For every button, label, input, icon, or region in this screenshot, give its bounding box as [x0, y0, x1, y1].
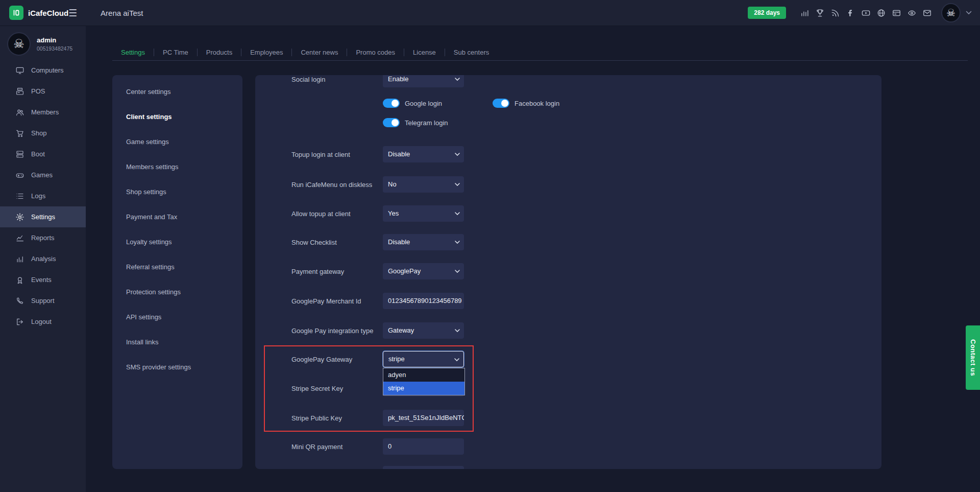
sidebar-item-label: POS: [31, 87, 45, 95]
social-login-select[interactable]: Enable: [383, 75, 464, 87]
sidebar-item-logs[interactable]: Logs: [0, 185, 86, 206]
license-days-badge[interactable]: 282 days: [748, 7, 786, 19]
stripe-secret-key-label: Stripe Secret Key: [291, 385, 343, 392]
stripe-public-key-label: Stripe Public Key: [291, 414, 342, 422]
mini-qr-payment-label: Mini QR payment: [291, 443, 342, 451]
merchant-id-input[interactable]: 01234567890123456789: [383, 293, 464, 309]
show-checklist-select[interactable]: Disable: [383, 234, 464, 250]
sidebar-user: ☠ admin 005193482475: [0, 26, 86, 60]
settings-nav-shop-settings[interactable]: Shop settings: [112, 179, 242, 204]
settings-nav-api-settings[interactable]: API settings: [112, 304, 242, 330]
stripe-public-key-input[interactable]: pk_test_51Se1nJIdBeNTGQT: [383, 410, 464, 426]
google-login-toggle[interactable]: [383, 99, 400, 108]
form-row-social-toggles: Google login Facebook login: [255, 95, 881, 111]
settings-nav-loyalty-settings[interactable]: Loyalty settings: [112, 229, 242, 254]
tab-center-news[interactable]: Center news: [292, 49, 347, 56]
chevron-down-icon: [455, 241, 460, 244]
sidebar-item-computers[interactable]: Computers: [0, 60, 86, 81]
sidebar-item-events[interactable]: Events: [0, 269, 86, 290]
tab-products[interactable]: Products: [198, 49, 241, 56]
icafemenu-diskless-select[interactable]: No: [383, 176, 464, 193]
google-login-label: Google login: [405, 100, 442, 107]
hamburger-menu-icon[interactable]: ☰: [68, 7, 77, 19]
form-row-social-login: Social login Enable: [255, 75, 881, 87]
settings-nav-center-settings[interactable]: Center settings: [112, 79, 242, 104]
sidebar-item-support[interactable]: Support: [0, 290, 86, 311]
page-root: iCafeCloud ☰ Arena aiTest 282 days: [0, 0, 980, 492]
allow-topup-select[interactable]: Yes: [383, 205, 464, 222]
trophy-icon[interactable]: [815, 8, 825, 18]
sidebar-item-logout[interactable]: Logout: [0, 311, 86, 332]
googlepay-gateway-select[interactable]: stripe: [383, 351, 464, 367]
telegram-login-toggle[interactable]: [383, 118, 400, 127]
chevron-down-icon[interactable]: [966, 11, 972, 15]
chevron-down-icon: [455, 270, 460, 273]
sidebar-item-games[interactable]: Games: [0, 165, 86, 185]
topup-login-select[interactable]: Disable: [383, 146, 464, 162]
monitor-icon: [15, 66, 24, 75]
contact-us-button[interactable]: Contact us: [966, 325, 980, 390]
integration-type-value: Gateway: [388, 326, 414, 334]
tab-pc-time[interactable]: PC Time: [154, 49, 198, 56]
brand[interactable]: iCafeCloud: [0, 6, 60, 20]
facebook-icon[interactable]: [845, 8, 855, 18]
topup-login-label: Topup login at client: [291, 151, 350, 158]
tab-sub-centers[interactable]: Sub centers: [445, 49, 498, 56]
settings-nav-sms-provider-settings[interactable]: SMS provider settings: [112, 355, 242, 380]
rss-icon[interactable]: [830, 8, 840, 18]
form-row-stripe-public-key: Stripe Public Key pk_test_51Se1nJIdBeNTG…: [255, 410, 881, 426]
youtube-icon[interactable]: [861, 8, 871, 18]
medal-icon: [15, 275, 24, 285]
form-row-stripe-secret-key: Stripe Secret Key: [255, 380, 881, 396]
googlepay-gateway-value: stripe: [388, 355, 405, 363]
sidebar-nav: Computers POS Members Shop Boot Games: [0, 60, 86, 332]
stats-icon[interactable]: [799, 8, 810, 18]
tabs-underline: [112, 60, 968, 61]
tab-employees[interactable]: Employees: [241, 49, 292, 56]
settings-nav-client-settings[interactable]: Client settings: [112, 104, 242, 129]
settings-nav-game-settings[interactable]: Game settings: [112, 129, 242, 154]
tab-promo-codes[interactable]: Promo codes: [347, 49, 404, 56]
sidebar-item-settings[interactable]: Settings: [0, 206, 86, 227]
sidebar-item-analysis[interactable]: Analysis: [0, 248, 86, 269]
settings-nav-members-settings[interactable]: Members settings: [112, 154, 242, 179]
settings-nav-protection-settings[interactable]: Protection settings: [112, 279, 242, 304]
dropdown-option-adyen[interactable]: adyen: [383, 368, 464, 382]
settings-nav-payment-and-tax[interactable]: Payment and Tax: [112, 204, 242, 229]
user-avatar[interactable]: ☠: [941, 3, 961, 22]
facebook-login-toggle[interactable]: [493, 99, 509, 108]
eye-icon[interactable]: [906, 8, 917, 18]
settings-nav-install-links[interactable]: Install links: [112, 330, 242, 355]
google-login-toggle-group: Google login: [383, 99, 442, 108]
telegram-login-toggle-group: Telegram login: [383, 118, 448, 127]
sidebar-item-label: Logout: [31, 318, 52, 325]
topup-login-value: Disable: [388, 150, 410, 158]
dropdown-option-stripe[interactable]: stripe: [383, 382, 464, 395]
sidebar-avatar[interactable]: ☠: [7, 32, 31, 56]
sidebar-item-reports[interactable]: Reports: [0, 227, 86, 248]
tab-license[interactable]: License: [404, 49, 445, 56]
mail-icon[interactable]: [922, 8, 932, 18]
integration-type-select[interactable]: Gateway: [383, 322, 464, 339]
form-row-allow-topup: Allow topup at client Yes: [255, 205, 881, 222]
topbar-actions: 282 days: [748, 3, 980, 22]
settings-nav-panel: Center settings Client settings Game set…: [112, 75, 242, 469]
sidebar-item-label: Boot: [31, 150, 45, 158]
sidebar-item-boot[interactable]: Boot: [0, 144, 86, 165]
card-icon[interactable]: [891, 8, 901, 18]
sidebar: ☠ admin 005193482475 Computers POS Membe…: [0, 26, 86, 492]
sidebar-item-label: Games: [31, 171, 53, 179]
settings-nav-referral-settings[interactable]: Referral settings: [112, 254, 242, 279]
tab-settings[interactable]: Settings: [112, 49, 154, 56]
sidebar-item-members[interactable]: Members: [0, 102, 86, 123]
mini-qr-payment-input[interactable]: 0: [383, 438, 464, 455]
sidebar-item-shop[interactable]: Shop: [0, 123, 86, 144]
integration-type-label: Google Pay integration type: [291, 327, 373, 335]
payment-gateway-select[interactable]: GooglePay: [383, 263, 464, 279]
sidebar-item-pos[interactable]: POS: [0, 81, 86, 102]
globe-icon[interactable]: [876, 8, 886, 18]
page-title: Arena aiTest: [101, 9, 143, 17]
user-id: 005193482475: [37, 45, 72, 52]
facebook-login-label: Facebook login: [514, 100, 559, 107]
form-row-icafemenu-diskless: Run iCafeMenu on diskless No: [255, 176, 881, 193]
